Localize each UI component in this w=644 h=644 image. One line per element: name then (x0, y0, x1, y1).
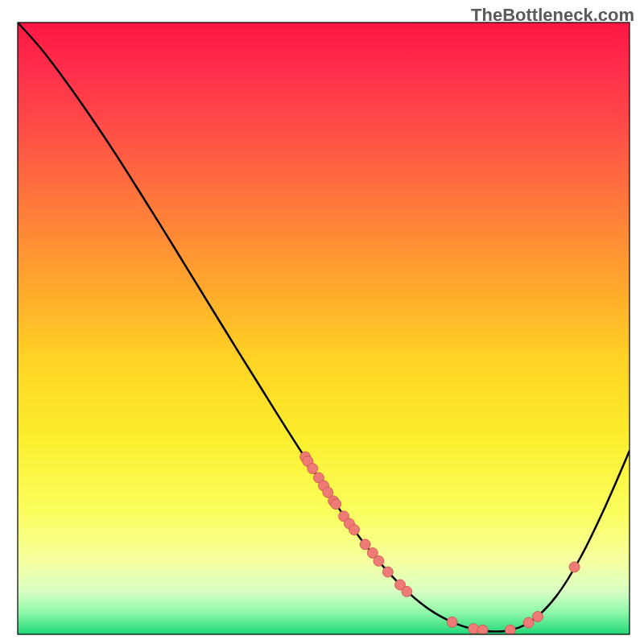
marker-16 (402, 586, 412, 597)
marker-7 (331, 499, 341, 510)
marker-11 (360, 539, 370, 550)
marker-2 (308, 464, 318, 474)
marker-13 (374, 555, 384, 566)
marker-17 (447, 617, 457, 627)
bottleneck-chart (0, 0, 644, 644)
marker-10 (349, 525, 360, 535)
watermark-label: TheBottleneck.com (471, 5, 634, 26)
marker-22 (533, 611, 543, 621)
marker-21 (523, 617, 534, 628)
marker-14 (382, 567, 393, 577)
marker-20 (505, 625, 515, 635)
marker-23 (569, 562, 580, 572)
marker-18 (469, 624, 479, 634)
marker-19 (477, 625, 488, 635)
chart-container: TheBottleneck.com (0, 0, 644, 644)
plot-background (18, 23, 630, 634)
